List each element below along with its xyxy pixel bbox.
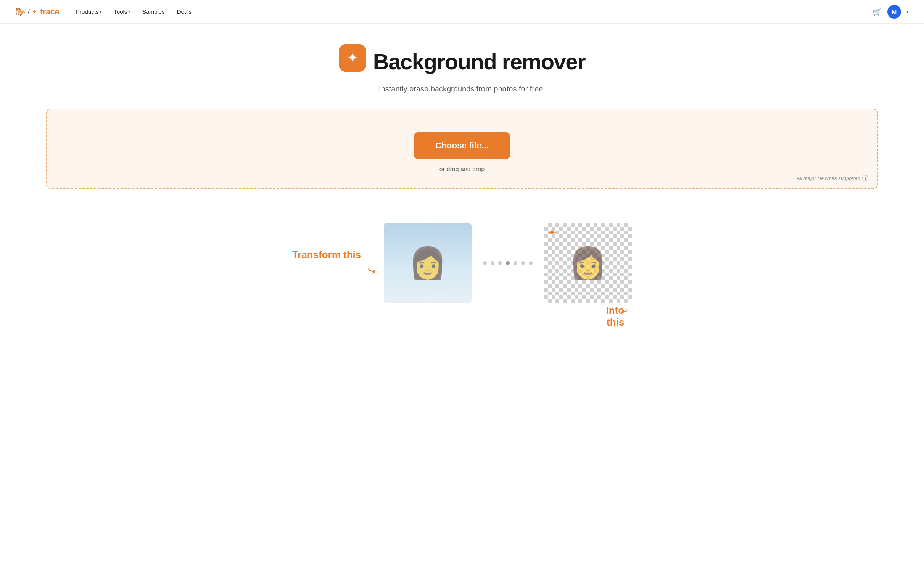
info-icon[interactable]: i xyxy=(862,175,868,181)
transform-label: Transform this xyxy=(292,249,361,261)
transform-arrow-icon: ↪ xyxy=(365,263,378,278)
logo-link[interactable]: 🐎 / ✦ trace xyxy=(15,7,59,17)
tools-chevron-icon: ▾ xyxy=(128,10,130,14)
dot-2[interactable] xyxy=(491,261,494,265)
avatar[interactable]: M xyxy=(887,5,901,19)
dot-7[interactable] xyxy=(529,261,533,265)
dot-3[interactable] xyxy=(498,261,502,265)
file-types-note: All major file types supported i xyxy=(797,175,868,181)
page-title: Background remover xyxy=(373,49,585,74)
after-image: ✦ 👩 xyxy=(544,223,632,303)
before-image: 👩 xyxy=(384,223,472,303)
dot-6[interactable] xyxy=(521,261,525,265)
products-chevron-icon: ▾ xyxy=(100,10,101,14)
logo-horse-icon: 🐎 xyxy=(15,7,26,17)
nav-right: 🛒 M ▾ xyxy=(872,5,909,19)
choose-file-button[interactable]: Choose file... xyxy=(414,132,510,159)
avatar-chevron-icon[interactable]: ▾ xyxy=(906,9,909,14)
before-photo-placeholder: 👩 xyxy=(384,223,472,303)
dot-5[interactable] xyxy=(514,261,517,265)
into-arrow-icon: ↩ xyxy=(620,307,629,318)
drag-drop-label: or drag and drop xyxy=(439,166,485,173)
dot-4[interactable] xyxy=(506,261,510,265)
logo-text: trace xyxy=(40,7,59,17)
hero-subtitle: Instantly erase backgrounds from photos … xyxy=(15,85,909,93)
demo-section: Transform this ↪ 👩 ✦ 👩 Into this ↩ xyxy=(0,212,924,326)
nav-products[interactable]: Products ▾ xyxy=(71,5,106,18)
nav-deals[interactable]: Deals xyxy=(172,5,196,18)
demo-left: Transform this ↪ xyxy=(292,249,377,277)
dot-1[interactable] xyxy=(483,261,487,265)
upload-zone[interactable]: Choose file... or drag and drop All majo… xyxy=(46,109,878,189)
hero-section: ✦ Background remover Instantly erase bac… xyxy=(0,24,924,109)
nav-tools[interactable]: Tools ▾ xyxy=(109,5,135,18)
navbar: 🐎 / ✦ trace Products ▾ Tools ▾ Samples D… xyxy=(0,0,924,24)
nav-samples[interactable]: Samples xyxy=(138,5,169,18)
after-photo-placeholder: 👩 xyxy=(544,223,632,303)
wand-icon: ✦ xyxy=(347,50,358,66)
hero-title-row: ✦ Background remover xyxy=(15,44,909,79)
demo-right: ✦ 👩 Into this ↩ xyxy=(544,223,632,303)
logo-slash: / xyxy=(28,8,30,16)
upload-section: Choose file... or drag and drop All majo… xyxy=(0,109,924,212)
nav-links: Products ▾ Tools ▾ Samples Deals xyxy=(71,5,872,18)
logo-star-icon: ✦ xyxy=(32,8,37,15)
hero-icon-wrap: ✦ xyxy=(339,44,366,72)
cart-icon[interactable]: 🛒 xyxy=(872,7,882,16)
into-label-wrap: Into this ↩ xyxy=(621,300,628,317)
carousel-dots xyxy=(472,261,544,265)
